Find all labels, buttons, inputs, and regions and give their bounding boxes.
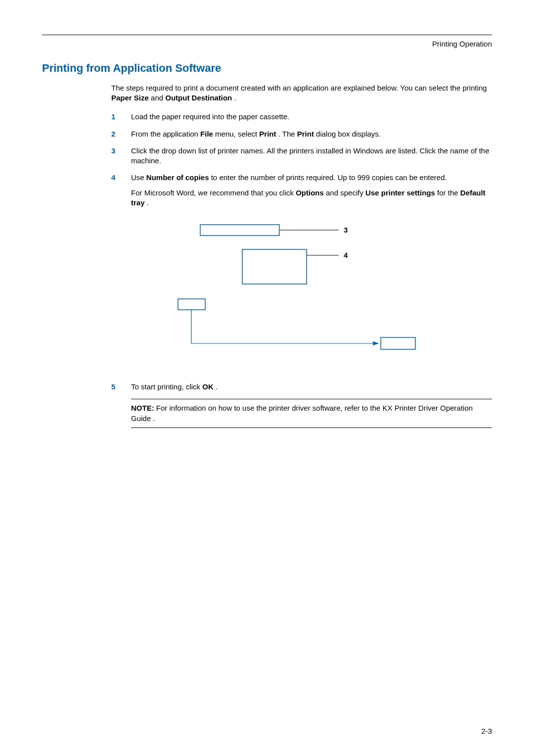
step-paragraph: From the application File menu, select P… (131, 129, 492, 139)
step-4a-t0: Use (131, 173, 146, 182)
note-lead: NOTE: (131, 404, 154, 412)
page-number: 2-3 (481, 726, 492, 736)
step-2-t0: From the application (131, 130, 200, 138)
step-paragraph: For Microsoft Word, we recommend that yo… (131, 188, 492, 208)
step-paragraph: To start printing, click OK . (131, 382, 492, 392)
step-4b-t2: and specify (326, 189, 365, 197)
step-4b-t4: for the (437, 189, 460, 197)
section-title: Printing from Application Software (42, 61, 492, 76)
diagram-box-destination (381, 337, 415, 349)
step-4a-b1: Number of copies (146, 173, 209, 182)
step-3-text: Click the drop down list of printer name… (131, 146, 490, 165)
diagram-box-copies (242, 249, 307, 284)
step-2-b5: Print (297, 130, 314, 138)
callout-label-3: 3 (344, 226, 348, 234)
diagram-svg: 3 4 (131, 220, 438, 368)
note-text-a: For information on how to use the printe… (156, 404, 383, 412)
note-text-b: . (153, 414, 155, 423)
diagram-box-top (200, 225, 279, 236)
step-item: To start printing, click OK . NOTE: For … (111, 382, 492, 428)
step-paragraph: Load the paper required into the paper c… (131, 112, 492, 122)
note-box: NOTE: For information on how to use the … (131, 399, 492, 428)
step-paragraph: Click the drop down list of printer name… (131, 146, 492, 166)
intro-text-b: and (151, 94, 165, 102)
intro-paragraph: The steps required to print a document c… (111, 83, 492, 103)
step-4a-t2: to enter the number of prints required. … (211, 173, 447, 182)
step-item: From the application File menu, select P… (111, 129, 492, 139)
step-paragraph: Use Number of copies to enter the number… (131, 173, 492, 183)
document-page: Printing Operation Printing from Applica… (0, 0, 534, 756)
step-1-text: Load the paper required into the paper c… (131, 112, 289, 121)
step-4b-b1: Options (296, 189, 324, 197)
step-4b-b3: Use printer settings (365, 189, 435, 197)
intro-text-c: . (234, 94, 236, 102)
step-4b-t0: For Microsoft Word, we recommend that yo… (131, 189, 296, 197)
callout-label-4: 4 (344, 251, 348, 259)
step-5-t2: . (216, 382, 218, 391)
top-rule (42, 35, 492, 35)
step-item: Load the paper required into the paper c… (111, 112, 492, 122)
intro-bold-a: Paper Size (111, 94, 149, 102)
step-2-b1: File (200, 130, 213, 138)
intro-text-a: The steps required to print a document c… (111, 84, 487, 92)
diagram: 3 4 (131, 220, 492, 368)
step-5-t0: To start printing, click (131, 382, 202, 391)
step-4b-t6: . (147, 198, 149, 207)
step-5-b1: OK (202, 382, 214, 391)
intro-bold-b: Output Destination (165, 94, 232, 102)
step-2-t4: . The (278, 130, 297, 138)
step-2-t2: menu, select (215, 130, 259, 138)
step-2-t6: dialog box displays. (316, 130, 381, 138)
content-block: The steps required to print a document c… (111, 83, 492, 428)
step-item: Use Number of copies to enter the number… (111, 173, 492, 368)
diagram-box-options (178, 299, 205, 310)
step-2-b3: Print (259, 130, 276, 138)
step-item: Click the drop down list of printer name… (111, 146, 492, 166)
running-header: Printing Operation (42, 39, 492, 49)
step-list: Load the paper required into the paper c… (111, 112, 492, 428)
